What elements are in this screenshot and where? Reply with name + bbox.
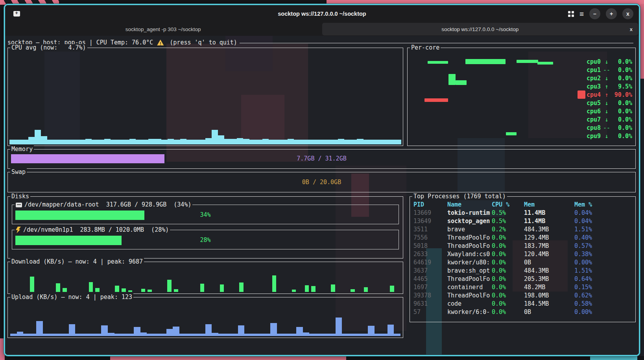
history-bar	[283, 334, 290, 336]
history-bar	[117, 140, 123, 144]
maximize-button[interactable]: +	[606, 8, 617, 19]
history-bar	[336, 318, 342, 336]
new-tab-button[interactable]	[11, 9, 22, 19]
history-bar	[88, 334, 95, 336]
history-bar	[300, 140, 306, 144]
core-hot-indicator	[578, 90, 585, 99]
tab-close-icon[interactable]: x	[630, 26, 633, 32]
history-bar	[294, 140, 300, 144]
core-row: cpu3 ↑ 9.5%	[578, 82, 632, 90]
process-mem: 48.2MB	[524, 283, 574, 292]
history-bar	[349, 334, 355, 336]
process-row[interactable]: 13649 socktop_agen 0.5% 11.4MB 0.04%	[410, 217, 635, 225]
history-bar	[394, 334, 400, 336]
process-row[interactable]: 2633 Xwayland:cs0 0.0% 120.4MB 0.38%	[410, 250, 635, 258]
history-bar	[344, 140, 351, 144]
history-bar	[362, 334, 368, 336]
core-value: 0.0%	[613, 133, 632, 140]
col-name: Name	[447, 201, 492, 209]
core-row: cpu2 ↓ 0.0%	[578, 74, 632, 82]
process-name: ThreadPoolFo	[447, 275, 492, 283]
history-bar	[200, 284, 205, 292]
process-name: tokio-runtim	[447, 209, 492, 217]
history-bar	[212, 130, 218, 144]
process-row[interactable]: 39378 ThreadPoolFo 0.0% 198.0MB 0.62%	[410, 292, 635, 300]
process-mem: 205.3MB	[524, 275, 574, 283]
history-bar	[212, 333, 218, 336]
history-bar	[290, 334, 297, 336]
history-bar	[303, 332, 310, 336]
history-bar	[342, 334, 349, 336]
new-tab-icon	[13, 11, 20, 17]
history-bar	[63, 288, 67, 292]
process-row[interactable]: 3637 brave:sh_opt 0.0% 484.3MB 1.51%	[410, 267, 635, 275]
process-row[interactable]: 9631 code 0.0% 184.5MB 0.58%	[410, 300, 635, 308]
upload-title: Upload (KB/s) — now: 4 | peak: 123	[10, 294, 133, 301]
process-row[interactable]: 7556 ThreadPoolFo 0.0% 129.4MB 0.40%	[410, 234, 635, 242]
history-bar	[351, 289, 355, 292]
process-row[interactable]: 57 kworker/6:0- 0.0% 0B 0.00%	[410, 308, 635, 316]
core-label: cpu4	[587, 91, 601, 98]
history-bar	[395, 140, 401, 144]
process-mem: 198.0MB	[524, 292, 574, 300]
tab-grid-icon[interactable]	[568, 11, 574, 17]
process-name: ThreadPoolFo	[447, 234, 492, 242]
process-row[interactable]: 13669 tokio-runtim 0.5% 11.4MB 0.04%	[410, 209, 635, 217]
history-bar	[56, 334, 63, 336]
history-bar	[89, 282, 93, 292]
history-bar	[79, 140, 85, 144]
process-table-body: 13669 tokio-runtim 0.5% 11.4MB 0.04% 136…	[410, 209, 635, 316]
core-value: 0.0%	[613, 58, 632, 65]
process-pid: 3511	[413, 225, 447, 234]
core-value: 9.5%	[613, 83, 632, 90]
history-bar	[47, 140, 54, 144]
process-pid: 1697	[413, 283, 447, 292]
core-label: cpu1	[587, 66, 601, 74]
lightning-icon	[16, 227, 21, 233]
tab-socktop-ws[interactable]: socktop ws://127.0.0.0 ~/socktop x	[322, 23, 638, 35]
process-pid: 13649	[413, 217, 447, 225]
col-memp: Mem %	[574, 201, 635, 209]
close-button[interactable]: x	[622, 8, 633, 19]
process-row[interactable]: 3511 brave 0.2% 484.3MB 1.51%	[410, 225, 635, 234]
process-mem: 184.5MB	[524, 300, 574, 308]
core-row: cpu8 -- 0.0%	[578, 124, 632, 132]
history-bar	[269, 140, 275, 144]
history-bar	[166, 329, 173, 336]
process-name: socktop_agen	[447, 217, 492, 225]
history-bar	[168, 139, 174, 144]
history-bar	[238, 325, 245, 336]
wallpaper-right-pink	[640, 4, 644, 79]
process-cpu: 0.0%	[492, 258, 524, 267]
warning-icon	[157, 40, 164, 46]
process-pid: 7556	[413, 234, 447, 242]
top-processes-panel: Top Processes (1769 total) PID Name CPU …	[410, 196, 636, 322]
process-cpu: 0.0%	[492, 267, 524, 275]
history-bar	[205, 138, 212, 144]
history-bar	[313, 140, 319, 144]
history-bar	[10, 334, 17, 336]
tab-socktop-agent[interactable]: socktop_agent -p 303 ~/socktop	[5, 22, 321, 36]
process-row[interactable]: 5018 ThreadPoolFo 0.0% 183.7MB 0.57%	[410, 242, 635, 250]
process-row[interactable]: 1697 containerd 0.0% 48.2MB 0.15%	[410, 283, 635, 292]
download-panel: Download (KB/s) — now: 4 | peak: 9687	[7, 262, 403, 294]
core-history-segment	[506, 132, 517, 135]
minimize-button[interactable]: –	[589, 8, 600, 19]
process-mem-percent: 0.62%	[574, 292, 635, 300]
history-bar	[75, 334, 82, 336]
core-hot-indicator	[578, 107, 585, 115]
process-cpu: 0.0%	[492, 234, 524, 242]
process-pid: 4465	[413, 275, 447, 283]
process-row[interactable]: 4465 ThreadPoolFo 0.0% 205.3MB 0.64%	[410, 275, 635, 283]
menu-icon[interactable]: ≡	[579, 10, 584, 18]
process-row[interactable]: 64619 kworker/u80: 0.0% 0B 0.00%	[410, 258, 635, 267]
process-name: Xwayland:cs0	[447, 250, 492, 258]
history-bar	[54, 140, 60, 144]
process-name: ThreadPoolFo	[447, 292, 492, 300]
history-bar	[364, 287, 368, 292]
process-mem: 0B	[524, 308, 574, 316]
process-cpu: 0.5%	[492, 209, 524, 217]
disks-title: Disks	[10, 193, 30, 200]
history-bar	[288, 139, 294, 144]
core-hot-indicator	[578, 132, 585, 140]
